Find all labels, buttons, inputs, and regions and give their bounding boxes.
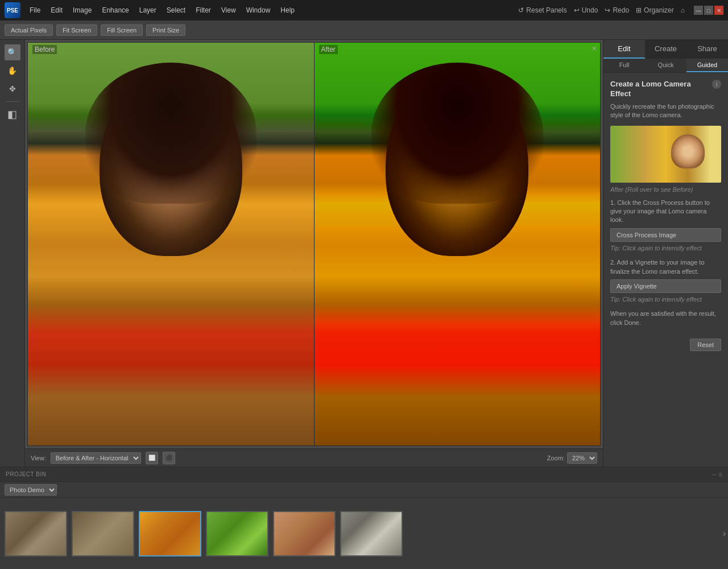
view-icon-horizontal[interactable]: ⬜ — [146, 452, 158, 464]
thumbnail-4[interactable] — [206, 511, 268, 556]
thumbnail-5[interactable] — [273, 511, 336, 556]
toolbar: Actual Pixels Fit Screen Fill Screen Pri… — [0, 20, 728, 40]
menu-view[interactable]: View — [217, 4, 241, 17]
bin-minus-icon[interactable]: – — [712, 471, 716, 479]
subtab-guided[interactable]: Guided — [686, 59, 728, 72]
project-bin-header: PROJECT BIN – ≡ — [0, 467, 728, 482]
menu-select[interactable]: Select — [162, 4, 190, 17]
thumbnail-6[interactable] — [340, 511, 403, 556]
before-image — [28, 43, 314, 446]
before-label: Before — [32, 45, 57, 54]
tab-edit[interactable]: Edit — [603, 40, 645, 59]
menu-filter[interactable]: Filter — [191, 4, 216, 17]
undo-btn[interactable]: ↩ Undo — [574, 6, 598, 14]
tip2-text: Tip: Click again to intensify effect — [610, 295, 721, 304]
menu-layer[interactable]: Layer — [135, 4, 161, 17]
view-icon-vertical[interactable]: ⬛ — [163, 452, 175, 464]
tool-divider — [6, 101, 19, 102]
project-bin: PROJECT BIN – ≡ Photo Demo › — [0, 467, 728, 569]
home-icon: ⌂ — [681, 6, 685, 14]
home-btn[interactable]: ⌂ — [681, 6, 685, 14]
tab-create[interactable]: Create — [645, 40, 686, 59]
tip1-text: Tip: Click again to intensify effect — [610, 244, 721, 253]
menu-help[interactable]: Help — [276, 4, 299, 17]
minimize-btn[interactable]: — — [694, 6, 703, 15]
bin-controls: – ≡ — [712, 471, 722, 479]
scroll-right-icon[interactable]: › — [723, 529, 726, 539]
window-controls: — □ ✕ — [694, 6, 723, 15]
view-bar: View: Before & After - Horizontal ⬜ ⬛ Zo… — [25, 448, 603, 467]
reset-panels-icon: ↺ — [518, 6, 524, 14]
panel-description: Quickly recreate the fun photographic st… — [610, 102, 721, 120]
panel-preview-caption: After (Roll over to see Before) — [610, 186, 721, 193]
hand-tool[interactable]: ✋ — [5, 63, 20, 79]
reset-panels-btn[interactable]: ↺ Reset Panels — [518, 6, 566, 14]
project-bin-content: › — [0, 498, 728, 569]
right-panel: Edit Create Share Full Quick Guided Crea… — [603, 40, 728, 467]
zoom-select[interactable]: 22% — [567, 452, 597, 464]
subtab-full[interactable]: Full — [603, 59, 645, 72]
zoom-area: Zoom: 22% — [547, 452, 597, 464]
after-panel: After × — [314, 43, 601, 446]
panel-tabs: Edit Create Share — [603, 40, 728, 59]
maximize-btn[interactable]: □ — [704, 6, 713, 15]
step2-text: 2. Add a Vignette to your image to final… — [610, 258, 721, 276]
content-area: 🔍 ✋ ✥ ◧ Before After × — [0, 40, 728, 569]
title-actions: ↺ Reset Panels ↩ Undo ↪ Redo ⊞ Organizer… — [518, 6, 685, 14]
thumbnail-3[interactable] — [139, 511, 201, 556]
app-logo: PSE — [5, 2, 20, 18]
menu-bar: File Edit Image Enhance Layer Select Fil… — [25, 4, 514, 17]
subtab-quick[interactable]: Quick — [645, 59, 686, 72]
photo-demo-select[interactable]: Photo Demo — [5, 484, 57, 496]
reset-btn[interactable]: Reset — [690, 339, 721, 351]
fill-screen-btn[interactable]: Fill Screen — [101, 24, 143, 36]
bin-menu-icon[interactable]: ≡ — [718, 471, 722, 479]
fit-screen-btn[interactable]: Fit Screen — [56, 24, 97, 36]
menu-file[interactable]: File — [25, 4, 45, 17]
organizer-icon: ⊞ — [636, 6, 642, 14]
organizer-btn[interactable]: ⊞ Organizer — [636, 6, 674, 14]
panel-preview-image — [610, 126, 721, 183]
undo-icon: ↩ — [574, 6, 580, 14]
close-preview-btn[interactable]: × — [592, 44, 597, 53]
project-bin-title: PROJECT BIN — [6, 471, 46, 477]
canvas-panel-row: 🔍 ✋ ✥ ◧ Before After × — [0, 40, 728, 467]
apply-vignette-btn[interactable]: Apply Vignette — [610, 279, 721, 293]
view-label: View: — [31, 455, 46, 461]
canvas-area: Before After × View: Before & After - Ho… — [25, 40, 603, 467]
after-label: After — [319, 45, 338, 54]
info-icon[interactable]: i — [712, 80, 721, 89]
zoom-label: Zoom: — [547, 455, 565, 461]
tab-share[interactable]: Share — [686, 40, 728, 59]
thumbnail-1[interactable] — [5, 511, 67, 556]
cross-process-btn[interactable]: Cross Process Image — [610, 228, 721, 242]
thumbnail-2[interactable] — [72, 511, 134, 556]
sub-tabs: Full Quick Guided — [603, 59, 728, 73]
before-after-container: Before After × — [27, 42, 601, 446]
before-panel: Before — [28, 43, 314, 446]
after-image — [315, 43, 601, 446]
actual-pixels-btn[interactable]: Actual Pixels — [5, 24, 53, 36]
left-toolbar: 🔍 ✋ ✥ ◧ — [0, 40, 25, 467]
redo-icon: ↪ — [605, 6, 610, 14]
foreground-bg-tool[interactable]: ◧ — [5, 106, 20, 122]
panel-title-row: Create a Lomo Camera Effect i — [610, 80, 721, 99]
menu-window[interactable]: Window — [242, 4, 275, 17]
panel-title: Create a Lomo Camera Effect — [610, 80, 710, 99]
titlebar: PSE File Edit Image Enhance Layer Select… — [0, 0, 728, 20]
close-btn[interactable]: ✕ — [714, 6, 723, 15]
panel-content: Create a Lomo Camera Effect i Quickly re… — [603, 73, 728, 467]
step1-text: 1. Click the Cross Process button to giv… — [610, 199, 721, 225]
menu-enhance[interactable]: Enhance — [97, 4, 133, 17]
print-size-btn[interactable]: Print Size — [146, 24, 185, 36]
zoom-tool[interactable]: 🔍 — [5, 44, 20, 60]
project-bin-toolbar: Photo Demo — [0, 482, 728, 498]
move-tool[interactable]: ✥ — [5, 81, 20, 97]
satisfied-text: When you are satisfied with the result, … — [610, 310, 721, 327]
menu-image[interactable]: Image — [68, 4, 96, 17]
redo-btn[interactable]: ↪ Redo — [605, 6, 629, 14]
menu-edit[interactable]: Edit — [46, 4, 67, 17]
view-mode-select[interactable]: Before & After - Horizontal — [51, 452, 141, 464]
